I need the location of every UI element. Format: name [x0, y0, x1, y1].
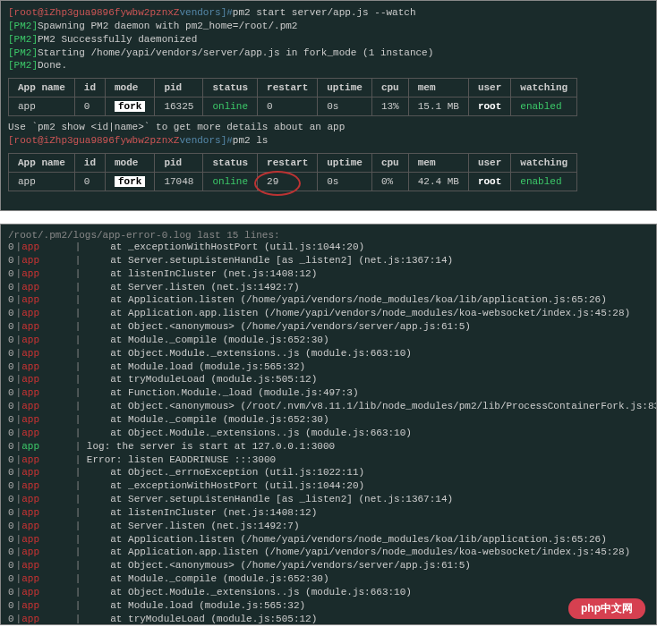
log-line: 0|app | at Module.load (module.js:565:32… — [8, 360, 649, 374]
log-line-error: 0|app | Error: listen EADDRINUSE :::3000 — [8, 453, 649, 467]
log-block-b: 0|app | at Object._errnoException (util.… — [8, 466, 649, 625]
log-line: 0|app | at Application.listen (/home/yap… — [8, 533, 649, 547]
log-line: 0|app | at _exceptionWithHostPort (util.… — [8, 241, 649, 254]
log-line: 0|app | at Function.Module._load (module… — [8, 386, 649, 400]
log-line: 0|app | at Server.listen (net.js:1492:7) — [8, 281, 649, 294]
log-line: 0|app | at Module.load (module.js:565:32… — [8, 599, 649, 613]
pm2-table-1: App nameidmodepidstatusrestartuptimecpum… — [8, 78, 577, 116]
prompt-cmd: pm2 start server/app.js --watch — [233, 6, 416, 20]
prompt-line-2: [root@iZhp3gua9896fywbw2pznxZ vendors]# … — [8, 134, 649, 148]
log-line: 0|app | at Application.listen (/home/yap… — [8, 293, 649, 307]
log-line: 0|app | at Object.<anonymous> (/root/.nv… — [8, 400, 649, 413]
detail-hint: Use `pm2 show <id|name>` to get more det… — [8, 122, 649, 132]
log-line: 0|app | at Application.app.listen (/home… — [8, 307, 649, 320]
pm2-output: [PM2] Spawning PM2 daemon with pm2_home=… — [8, 20, 649, 72]
prompt-user: [root@iZhp3gua9896fywbw2pznxZ — [8, 6, 179, 20]
prompt-path: vendors]# — [179, 134, 232, 148]
table-row: app0fork17048online290s0%42.4 MBrootenab… — [9, 173, 577, 191]
log-line: 0|app | at listenInCluster (net.js:1408:… — [8, 267, 649, 281]
log-line: 0|app | at Object.<anonymous> (/home/yap… — [8, 559, 649, 572]
terminal-top: [root@iZhp3gua9896fywbw2pznxZ vendors]# … — [0, 0, 657, 211]
log-line: 0|app | at tryModuleLoad (module.js:505:… — [8, 373, 649, 386]
prompt-path: vendors]# — [179, 6, 232, 20]
table-header-row: App nameidmodepidstatusrestartuptimecpum… — [9, 79, 577, 97]
prompt-line-1: [root@iZhp3gua9896fywbw2pznxZ vendors]# … — [8, 6, 649, 20]
log-line: 0|app | at Object.Module._extensions..js… — [8, 347, 649, 360]
pm2-table-2: App nameidmodepidstatusrestartuptimecpum… — [8, 153, 577, 191]
log-line-start: 0|app | log: the server is start at 127.… — [8, 440, 649, 453]
log-block-a: 0|app | at _exceptionWithHostPort (util.… — [8, 241, 649, 440]
log-line: 0|app | at Application.app.listen (/home… — [8, 546, 649, 559]
log-line: 0|app | at Object.Module._extensions..js… — [8, 427, 649, 440]
log-line: 0|app | at Module._compile (module.js:65… — [8, 572, 649, 586]
terminal-bottom: /root/.pm2/logs/app-error-0.log last 15 … — [0, 224, 657, 625]
php-badge[interactable]: php中文网 — [568, 598, 645, 619]
log-line: 0|app | at Object.Module._extensions..js… — [8, 586, 649, 599]
log-line: 0|app | at Object._errnoException (util.… — [8, 466, 649, 479]
log-line: 0|app | at Server.setupListenHandle [as … — [8, 493, 649, 506]
log-line: 0|app | at _exceptionWithHostPort (util.… — [8, 479, 649, 493]
log-line: 0|app | at tryModuleLoad (module.js:505:… — [8, 613, 649, 625]
log-line: 0|app | at Module._compile (module.js:65… — [8, 413, 649, 427]
prompt-user: [root@iZhp3gua9896fywbw2pznxZ — [8, 134, 179, 148]
log-line: 0|app | at listenInCluster (net.js:1408:… — [8, 506, 649, 520]
prompt-cmd: pm2 ls — [233, 134, 269, 148]
log-line: 0|app | at Object.<anonymous> (/home/yap… — [8, 320, 649, 334]
log-line: 0|app | at Server.setupListenHandle [as … — [8, 254, 649, 267]
table-header-row: App nameidmodepidstatusrestartuptimecpum… — [9, 154, 577, 173]
log-header: /root/.pm2/logs/app-error-0.log last 15 … — [8, 230, 649, 241]
log-line: 0|app | at Module._compile (module.js:65… — [8, 334, 649, 347]
log-line: 0|app | at Server.listen (net.js:1492:7) — [8, 520, 649, 533]
table-row: app0fork16325online00s13%15.1 MBrootenab… — [9, 97, 577, 116]
